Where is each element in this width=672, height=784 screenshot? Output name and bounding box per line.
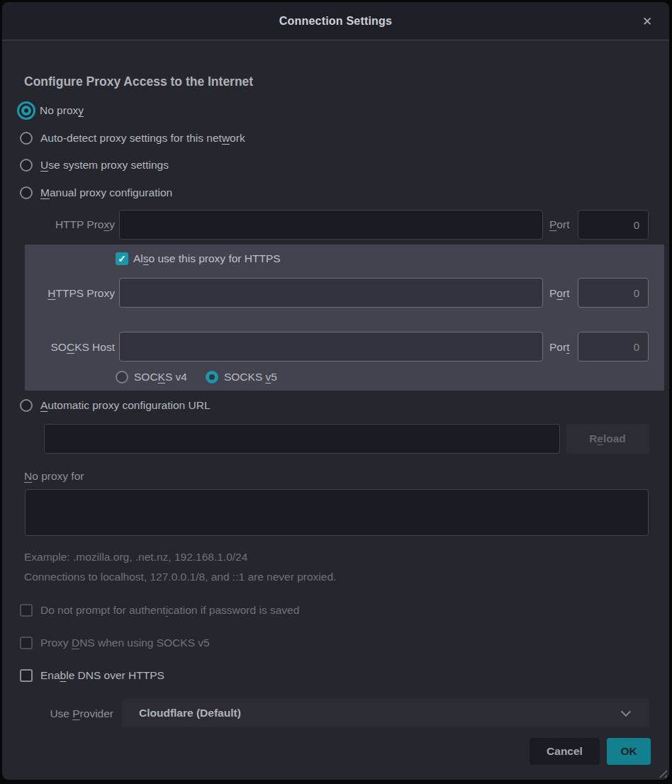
checkbox-checked-icon[interactable]: ✓: [116, 252, 128, 265]
socks-port-input[interactable]: [578, 332, 649, 362]
checkbox-no-prompt-row[interactable]: Do not prompt for authentication if pass…: [20, 604, 299, 617]
checkbox-icon[interactable]: [20, 637, 33, 649]
checkbox-proxy-dns-row[interactable]: Proxy DNS when using SOCKS v5: [20, 637, 210, 649]
dialog-background: [2, 2, 669, 780]
socks-version-radios: SOCKS v4 SOCKS v5: [116, 371, 277, 383]
https-socks-section: ✓ Also use this proxy for HTTPS HTTPS Pr…: [25, 245, 664, 391]
https-proxy-input[interactable]: [119, 278, 543, 308]
radio-auto-url[interactable]: Automatic proxy configuration URL: [20, 399, 211, 412]
https-port-input[interactable]: [578, 278, 649, 308]
proxy-dns-label[interactable]: Proxy DNS when using SOCKS v5: [40, 637, 210, 649]
radio-auto-detect-label[interactable]: Auto-detect proxy settings for this netw…: [40, 132, 245, 145]
dialog-title: Connection Settings: [2, 2, 669, 40]
radio-socks-v4-label[interactable]: SOCKS v4: [134, 371, 187, 383]
also-https-label[interactable]: Also use this proxy for HTTPS: [133, 252, 281, 265]
chevron-down-icon: [621, 707, 631, 717]
provider-dropdown[interactable]: Cloudflare (Default): [122, 699, 649, 727]
https-port-label: Port: [549, 287, 578, 300]
no-proxy-for-textarea[interactable]: [25, 489, 649, 536]
no-proxy-example-text: Example: .mozilla.org, .net.nz, 192.168.…: [24, 551, 247, 564]
radio-icon[interactable]: [20, 186, 33, 199]
reload-button[interactable]: Reload: [566, 424, 649, 454]
no-prompt-label[interactable]: Do not prompt for authentication if pass…: [40, 604, 299, 617]
radio-icon[interactable]: [20, 132, 33, 145]
socks-host-label: SOCKS Host: [25, 341, 115, 354]
no-proxy-for-label: No proxy for: [24, 470, 84, 483]
checkbox-icon[interactable]: [20, 604, 33, 617]
radio-no-proxy-label[interactable]: No proxy: [40, 104, 84, 117]
socks-host-input[interactable]: [119, 332, 543, 362]
checkbox-doh-row[interactable]: Enable DNS over HTTPS: [20, 669, 164, 682]
http-port-input[interactable]: [578, 210, 649, 240]
auto-url-input[interactable]: [44, 424, 560, 454]
radio-manual-proxy-label[interactable]: Manual proxy configuration: [40, 186, 172, 199]
radio-no-proxy[interactable]: No proxy: [17, 101, 84, 120]
provider-dropdown-value: Cloudflare (Default): [139, 699, 241, 727]
radio-selected-icon[interactable]: [17, 101, 35, 120]
connection-settings-dialog: Connection Settings ✕ Configure Proxy Ac…: [0, 0, 672, 784]
also-https-checkbox-row[interactable]: ✓ Also use this proxy for HTTPS: [116, 252, 281, 265]
http-proxy-input[interactable]: [119, 210, 543, 240]
https-proxy-label: HTTPS Proxy: [25, 287, 115, 300]
cancel-button[interactable]: Cancel: [530, 738, 600, 765]
radio-system-proxy-label[interactable]: Use system proxy settings: [40, 159, 169, 172]
radio-socks-v4-icon[interactable]: [116, 371, 128, 383]
ok-button[interactable]: OK: [607, 738, 651, 765]
http-port-label: Port: [549, 218, 578, 231]
page-title: Configure Proxy Access to the Internet: [24, 74, 253, 89]
doh-label[interactable]: Enable DNS over HTTPS: [40, 669, 164, 682]
close-icon[interactable]: ✕: [639, 13, 656, 30]
radio-auto-url-label[interactable]: Automatic proxy configuration URL: [40, 399, 211, 412]
dialog-titlebar: Connection Settings ✕: [2, 2, 669, 40]
radio-icon[interactable]: [20, 159, 33, 172]
http-proxy-label: HTTP Proxy: [14, 218, 115, 231]
socks-port-label: Port: [549, 341, 578, 354]
radio-icon[interactable]: [20, 399, 33, 412]
radio-socks-v5-icon[interactable]: [206, 371, 218, 383]
radio-socks-v5-label[interactable]: SOCKS v5: [224, 371, 277, 383]
checkbox-icon[interactable]: [20, 669, 33, 682]
radio-manual-proxy[interactable]: Manual proxy configuration: [20, 186, 172, 199]
no-proxy-note-text: Connections to localhost, 127.0.0.1/8, a…: [24, 571, 336, 583]
radio-auto-detect[interactable]: Auto-detect proxy settings for this netw…: [20, 132, 245, 145]
radio-system-proxy[interactable]: Use system proxy settings: [20, 159, 169, 172]
use-provider-label: Use Provider: [14, 707, 113, 720]
